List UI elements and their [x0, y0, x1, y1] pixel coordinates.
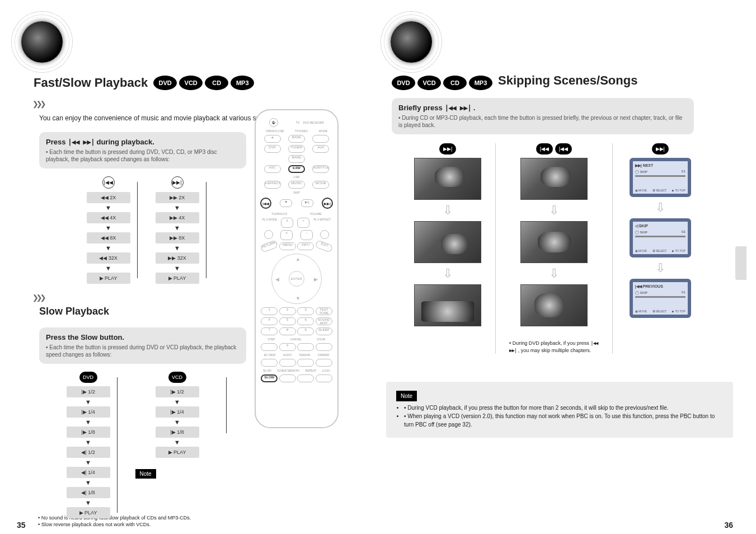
step-button[interactable]	[261, 343, 278, 351]
page-left: Fast/Slow Playback DVD VCD CD MP3 ❯❯❯ Yo…	[6, 0, 375, 534]
page-number: 35	[17, 521, 26, 530]
badge-vcd: VCD	[417, 76, 441, 90]
fwd-icon: ▶▶|	[652, 143, 669, 154]
zoom-button[interactable]	[316, 343, 332, 351]
state: ◀◀ 2X	[87, 192, 130, 203]
state: ◀| 1/8	[67, 487, 110, 498]
page-number: 36	[724, 521, 733, 530]
tv-mode-label: TV	[296, 121, 299, 124]
info-button[interactable]: INFO	[297, 242, 314, 250]
dpad[interactable]: ENTER ▲ ▼ ◀ ▶	[271, 254, 322, 304]
repeat-button[interactable]	[297, 374, 314, 382]
sleep-button[interactable]: SLEEP	[316, 327, 332, 335]
audio-button[interactable]	[279, 359, 296, 367]
dvd-button[interactable]: DVD	[264, 145, 281, 153]
num-9[interactable]: 9	[297, 327, 314, 335]
ch-up-button[interactable]: ∧	[281, 218, 293, 228]
num-4[interactable]: 4	[261, 317, 278, 325]
soundedit-button[interactable]: SOUND EDIT	[316, 317, 332, 325]
note-line: • During VCD playback, if you press the …	[404, 404, 723, 412]
num-1[interactable]: 1	[261, 307, 278, 315]
pl2-effect-button[interactable]	[320, 230, 329, 239]
vol-up-button[interactable]: ＋	[297, 218, 309, 228]
state: ▶ PLAY	[156, 273, 199, 284]
badge-cd: CD	[205, 76, 228, 90]
thumbnail	[414, 158, 481, 200]
skip-next-button[interactable]: ▶▶|	[322, 198, 333, 209]
eject-button[interactable]: ▲	[264, 135, 281, 143]
remote-control: ⏻ TV DVD RECEIVER OPEN/CLOSE TV/VIDEO MO…	[255, 109, 339, 428]
num-5[interactable]: 5	[279, 317, 296, 325]
ezview-button[interactable]	[261, 359, 278, 367]
skip-header: Briefly press |◀◀ ▶▶| . • During CD or M…	[392, 98, 694, 134]
slow-desc: • Each time the button is pressed during…	[46, 344, 240, 358]
num-8[interactable]: 8	[279, 327, 296, 335]
subtitle-button[interactable]: SUBTITLE	[312, 165, 329, 173]
pl2-mode-button[interactable]	[264, 230, 273, 239]
state: ▶▶ 2X	[156, 192, 199, 203]
format-badges: DVD VCD CD MP3	[153, 76, 254, 90]
down-arrow-icon: ⇩	[443, 266, 453, 281]
exit-button[interactable]: EXIT	[314, 240, 333, 252]
movie-button[interactable]: MOVIE	[312, 181, 329, 189]
label: MODE	[319, 129, 327, 133]
num-6[interactable]: 6	[297, 317, 314, 325]
slow-label: SLOW	[263, 369, 271, 372]
num-3[interactable]: 3	[297, 307, 314, 315]
tvvideo-button[interactable]: BAND	[288, 135, 305, 143]
mp3-foot: ▶ TO TOP	[672, 189, 685, 192]
skip-section: Briefly press |◀◀ ▶▶| . • During CD or M…	[392, 98, 694, 354]
slow-playback-section: Press the Slow button. • Each time the b…	[39, 327, 246, 518]
thumbnail	[520, 221, 588, 263]
num-0[interactable]: 0	[279, 343, 296, 351]
dvd-mode-label: DVD RECEIVER	[303, 121, 324, 124]
badge-dvd: DVD	[392, 76, 415, 90]
skip-icons: |◀◀ ▶▶|	[68, 138, 95, 146]
mp3-screen: |◀◀ PREVIOUS ◯ SKIP01 ▣ MOVE ⦿ SELECT ▶ …	[630, 279, 691, 318]
tuner-button[interactable]: TUNER	[288, 145, 305, 153]
sdsp-button[interactable]: 9.0W	[288, 165, 305, 173]
state: ◀| 1/2	[67, 447, 110, 458]
menu-button[interactable]: MENU	[279, 242, 296, 250]
rew-icon: |◀◀	[536, 143, 553, 154]
tuning-label: TUNING/CH	[271, 212, 287, 216]
vol-down-button[interactable]: －	[300, 230, 313, 240]
num-7[interactable]: 7	[261, 327, 278, 335]
stop-button[interactable]: ■	[280, 199, 292, 207]
speaker-decoration	[381, 11, 442, 73]
return-button[interactable]: RETURN	[260, 240, 279, 252]
ch-down-button[interactable]: ∨	[280, 230, 293, 240]
mode-button[interactable]	[312, 135, 329, 143]
mp3-foot: ⦿ SELECT	[652, 189, 667, 192]
badge-mp3: MP3	[231, 76, 254, 90]
down-arrow-icon: ⇩	[655, 200, 665, 215]
slow-dvd-col: DVD |▶ 1/2▼ |▶ 1/4▼ |▶ 1/8▼ ◀| 1/2▼ ◀| 1…	[67, 372, 110, 518]
state: |▶ 1/4	[67, 406, 110, 418]
desc2-suffix: , you may skip multiple chapters.	[518, 348, 591, 353]
divider	[612, 143, 613, 354]
cancel-button[interactable]	[297, 343, 314, 351]
mp3-foot: ▶ TO TOP	[672, 310, 685, 313]
band-button[interactable]: BAND	[288, 155, 305, 163]
logo-button[interactable]	[316, 374, 332, 382]
volume-label: VOLUME	[310, 212, 322, 216]
seffect-button[interactable]: S.EFFECT	[264, 181, 281, 189]
state: ◀◀ 8X	[87, 232, 130, 243]
mp3-title: |◀◀ PREVIOUS	[635, 284, 685, 289]
enter-button[interactable]: ENTER	[289, 271, 304, 287]
dimmer-button[interactable]	[316, 359, 332, 367]
num-2[interactable]: 2	[279, 307, 296, 315]
music-button[interactable]: MUSIC	[288, 181, 305, 189]
power-icon[interactable]: ⏻	[269, 118, 278, 127]
state: |▶ 1/4	[156, 406, 199, 418]
skip-label: SKIP	[293, 191, 299, 194]
slow-button[interactable]: SLOW	[261, 374, 278, 382]
remain-button[interactable]	[297, 359, 314, 367]
note-line: • Slow reverse playback does not work wi…	[38, 522, 274, 528]
skip-prev-button[interactable]: |◀◀	[260, 198, 271, 209]
asc-button[interactable]: ASC	[264, 165, 281, 173]
playpause-button[interactable]: ▶||	[301, 199, 313, 207]
testtone-button[interactable]: TEST TONE	[316, 307, 332, 315]
aux-button[interactable]: AUX	[312, 145, 329, 153]
tuner-memory-button[interactable]	[279, 374, 296, 382]
